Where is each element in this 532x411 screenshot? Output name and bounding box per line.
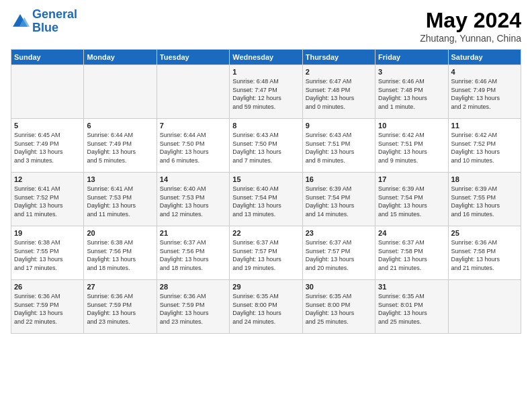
- day-number: 8: [232, 122, 299, 130]
- calendar-body: 1Sunrise: 6:48 AM Sunset: 7:47 PM Daylig…: [11, 65, 521, 334]
- day-number: 6: [87, 122, 153, 130]
- day-content: Sunrise: 6:46 AM Sunset: 7:49 PM Dayligh…: [451, 77, 518, 111]
- calendar-cell: 6Sunrise: 6:44 AM Sunset: 7:49 PM Daylig…: [84, 119, 157, 173]
- day-content: Sunrise: 6:36 AM Sunset: 7:59 PM Dayligh…: [87, 292, 153, 326]
- calendar-cell: 13Sunrise: 6:41 AM Sunset: 7:53 PM Dayli…: [84, 173, 157, 226]
- day-content: Sunrise: 6:35 AM Sunset: 8:00 PM Dayligh…: [306, 292, 372, 326]
- day-number: 11: [451, 122, 518, 130]
- day-content: Sunrise: 6:38 AM Sunset: 7:56 PM Dayligh…: [87, 238, 153, 272]
- day-content: Sunrise: 6:44 AM Sunset: 7:49 PM Dayligh…: [87, 131, 153, 165]
- calendar-cell: 9Sunrise: 6:43 AM Sunset: 7:51 PM Daylig…: [302, 119, 375, 173]
- day-content: Sunrise: 6:46 AM Sunset: 7:48 PM Dayligh…: [378, 77, 445, 111]
- title-block: May 2024 Zhutang, Yunnan, China: [420, 8, 521, 44]
- calendar-cell: 31Sunrise: 6:35 AM Sunset: 8:01 PM Dayli…: [375, 280, 448, 334]
- day-number: 29: [232, 283, 299, 291]
- calendar-week-1: 1Sunrise: 6:48 AM Sunset: 7:47 PM Daylig…: [11, 65, 521, 119]
- day-number: 13: [87, 175, 153, 183]
- calendar-cell: 20Sunrise: 6:38 AM Sunset: 7:56 PM Dayli…: [84, 226, 157, 280]
- day-content: Sunrise: 6:37 AM Sunset: 7:58 PM Dayligh…: [378, 238, 445, 272]
- logo-icon: [11, 12, 30, 31]
- day-content: Sunrise: 6:43 AM Sunset: 7:50 PM Dayligh…: [232, 131, 299, 165]
- calendar-cell: 19Sunrise: 6:38 AM Sunset: 7:55 PM Dayli…: [11, 226, 84, 280]
- calendar-cell: 29Sunrise: 6:35 AM Sunset: 8:00 PM Dayli…: [230, 280, 302, 334]
- logo-line1: General: [32, 7, 77, 21]
- day-number: 24: [378, 229, 445, 237]
- day-number: 3: [378, 68, 445, 76]
- day-content: Sunrise: 6:42 AM Sunset: 7:52 PM Dayligh…: [451, 131, 518, 165]
- page: General Blue May 2024 Zhutang, Yunnan, C…: [0, 0, 532, 411]
- day-number: 21: [160, 229, 226, 237]
- calendar-cell: [84, 65, 157, 119]
- calendar-cell: 24Sunrise: 6:37 AM Sunset: 7:58 PM Dayli…: [375, 226, 448, 280]
- day-content: Sunrise: 6:37 AM Sunset: 7:57 PM Dayligh…: [232, 238, 299, 272]
- header-friday: Friday: [375, 50, 448, 65]
- day-content: Sunrise: 6:44 AM Sunset: 7:50 PM Dayligh…: [160, 131, 226, 165]
- calendar-cell: 25Sunrise: 6:36 AM Sunset: 7:58 PM Dayli…: [448, 226, 521, 280]
- calendar-cell: 30Sunrise: 6:35 AM Sunset: 8:00 PM Dayli…: [302, 280, 375, 334]
- day-content: Sunrise: 6:42 AM Sunset: 7:51 PM Dayligh…: [378, 131, 445, 165]
- day-number: 16: [306, 175, 372, 183]
- day-content: Sunrise: 6:40 AM Sunset: 7:53 PM Dayligh…: [160, 185, 226, 218]
- day-number: 10: [378, 122, 445, 130]
- calendar-cell: 28Sunrise: 6:36 AM Sunset: 7:59 PM Dayli…: [157, 280, 229, 334]
- calendar-cell: 15Sunrise: 6:40 AM Sunset: 7:54 PM Dayli…: [230, 173, 302, 226]
- day-content: Sunrise: 6:35 AM Sunset: 8:00 PM Dayligh…: [232, 292, 299, 326]
- day-number: 23: [306, 229, 372, 237]
- header-row: Sunday Monday Tuesday Wednesday Thursday…: [11, 50, 521, 65]
- calendar-cell: 12Sunrise: 6:41 AM Sunset: 7:52 PM Dayli…: [11, 173, 84, 226]
- day-number: 1: [232, 68, 299, 76]
- day-content: Sunrise: 6:39 AM Sunset: 7:54 PM Dayligh…: [378, 185, 445, 218]
- subtitle: Zhutang, Yunnan, China: [420, 33, 521, 44]
- day-content: Sunrise: 6:39 AM Sunset: 7:54 PM Dayligh…: [306, 185, 372, 218]
- calendar-cell: 2Sunrise: 6:47 AM Sunset: 7:48 PM Daylig…: [302, 65, 375, 119]
- header: General Blue May 2024 Zhutang, Yunnan, C…: [11, 8, 521, 44]
- calendar-cell: 7Sunrise: 6:44 AM Sunset: 7:50 PM Daylig…: [157, 119, 229, 173]
- day-number: 26: [14, 283, 81, 291]
- calendar-cell: 21Sunrise: 6:37 AM Sunset: 7:56 PM Dayli…: [157, 226, 229, 280]
- day-number: 20: [87, 229, 153, 237]
- calendar-cell: 27Sunrise: 6:36 AM Sunset: 7:59 PM Dayli…: [84, 280, 157, 334]
- day-number: 15: [232, 175, 299, 183]
- header-wednesday: Wednesday: [230, 50, 302, 65]
- calendar-cell: 14Sunrise: 6:40 AM Sunset: 7:53 PM Dayli…: [157, 173, 229, 226]
- day-number: 19: [14, 229, 81, 237]
- calendar-cell: 5Sunrise: 6:45 AM Sunset: 7:49 PM Daylig…: [11, 119, 84, 173]
- calendar-week-5: 26Sunrise: 6:36 AM Sunset: 7:59 PM Dayli…: [11, 280, 521, 334]
- calendar-cell: 26Sunrise: 6:36 AM Sunset: 7:59 PM Dayli…: [11, 280, 84, 334]
- calendar-week-4: 19Sunrise: 6:38 AM Sunset: 7:55 PM Dayli…: [11, 226, 521, 280]
- day-content: Sunrise: 6:37 AM Sunset: 7:56 PM Dayligh…: [160, 238, 226, 272]
- header-tuesday: Tuesday: [157, 50, 229, 65]
- calendar-cell: 18Sunrise: 6:39 AM Sunset: 7:55 PM Dayli…: [448, 173, 521, 226]
- day-number: 17: [378, 175, 445, 183]
- day-number: 14: [160, 175, 226, 183]
- day-content: Sunrise: 6:48 AM Sunset: 7:47 PM Dayligh…: [232, 77, 299, 111]
- calendar-cell: 11Sunrise: 6:42 AM Sunset: 7:52 PM Dayli…: [448, 119, 521, 173]
- calendar-cell: 22Sunrise: 6:37 AM Sunset: 7:57 PM Dayli…: [230, 226, 302, 280]
- calendar-cell: [11, 65, 84, 119]
- day-number: 4: [451, 68, 518, 76]
- day-number: 25: [451, 229, 518, 237]
- day-content: Sunrise: 6:36 AM Sunset: 7:59 PM Dayligh…: [160, 292, 226, 326]
- day-content: Sunrise: 6:43 AM Sunset: 7:51 PM Dayligh…: [306, 131, 372, 165]
- calendar-cell: 1Sunrise: 6:48 AM Sunset: 7:47 PM Daylig…: [230, 65, 302, 119]
- calendar-cell: [157, 65, 229, 119]
- day-content: Sunrise: 6:47 AM Sunset: 7:48 PM Dayligh…: [306, 77, 372, 111]
- calendar-cell: 23Sunrise: 6:37 AM Sunset: 7:57 PM Dayli…: [302, 226, 375, 280]
- header-sunday: Sunday: [11, 50, 84, 65]
- day-content: Sunrise: 6:41 AM Sunset: 7:53 PM Dayligh…: [87, 185, 153, 218]
- logo-line2: Blue: [32, 21, 58, 34]
- calendar-cell: 16Sunrise: 6:39 AM Sunset: 7:54 PM Dayli…: [302, 173, 375, 226]
- day-content: Sunrise: 6:36 AM Sunset: 7:59 PM Dayligh…: [14, 292, 81, 326]
- day-number: 27: [87, 283, 153, 291]
- day-number: 18: [451, 175, 518, 183]
- day-number: 30: [306, 283, 372, 291]
- header-saturday: Saturday: [448, 50, 521, 65]
- day-number: 5: [14, 122, 81, 130]
- day-content: Sunrise: 6:40 AM Sunset: 7:54 PM Dayligh…: [232, 185, 299, 218]
- day-number: 22: [232, 229, 299, 237]
- logo: General Blue: [11, 8, 77, 35]
- calendar-header: Sunday Monday Tuesday Wednesday Thursday…: [11, 50, 521, 65]
- logo-text: General Blue: [32, 8, 77, 35]
- calendar-week-2: 5Sunrise: 6:45 AM Sunset: 7:49 PM Daylig…: [11, 119, 521, 173]
- calendar-table: Sunday Monday Tuesday Wednesday Thursday…: [11, 49, 521, 334]
